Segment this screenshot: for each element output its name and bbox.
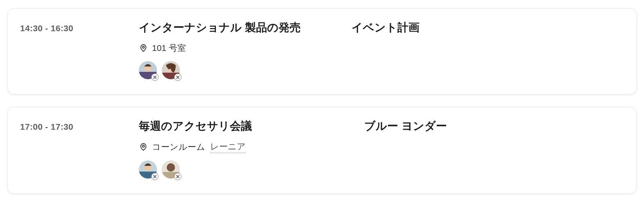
svg-point-0 [143,46,145,48]
event-location-secondary[interactable]: レーニア [210,141,246,153]
event-title-row: インターナショナル 製品の発売 イベント計画 [139,20,624,35]
location-icon [139,44,148,53]
event-location-row: コーンルーム レーニア [139,141,624,153]
svg-point-18 [168,165,175,172]
location-icon [139,142,148,151]
svg-point-9 [143,145,145,147]
event-time: 17:00 - 17:30 [20,119,139,132]
attendee-avatar[interactable] [139,61,157,79]
agenda-card[interactable]: 17:00 - 17:30 毎週のアクセサリ会議 ブルー ヨンダー コーンルーム… [7,107,637,194]
event-content: インターナショナル 製品の発売 イベント計画 101 号室 [139,20,624,79]
attendee-avatar[interactable] [162,160,180,179]
presence-unknown-icon [151,173,159,180]
agenda-list: 14:30 - 16:30 インターナショナル 製品の発売 イベント計画 101… [0,0,644,214]
presence-unknown-icon [174,173,181,180]
presence-unknown-icon [174,73,181,81]
event-title-primary: 毎週のアクセサリ会議 [139,119,252,133]
event-location-row: 101 号室 [139,42,624,54]
presence-unknown-icon [151,73,159,81]
event-title-primary: インターナショナル 製品の発売 [139,20,301,35]
event-title-secondary: ブルー ヨンダー [364,119,447,133]
event-title-secondary: イベント計画 [351,20,420,35]
attendee-avatar[interactable] [162,61,180,79]
event-location-primary: コーンルーム [152,141,205,153]
attendee-avatar[interactable] [139,160,157,179]
event-time: 14:30 - 16:30 [20,20,139,33]
event-title-row: 毎週のアクセサリ会議 ブルー ヨンダー [139,119,624,133]
event-attendees [139,160,624,179]
event-attendees [139,61,624,79]
agenda-card[interactable]: 14:30 - 16:30 インターナショナル 製品の発売 イベント計画 101… [7,8,637,94]
event-location-primary: 101 号室 [152,42,186,54]
event-content: 毎週のアクセサリ会議 ブルー ヨンダー コーンルーム レーニア [139,119,624,179]
